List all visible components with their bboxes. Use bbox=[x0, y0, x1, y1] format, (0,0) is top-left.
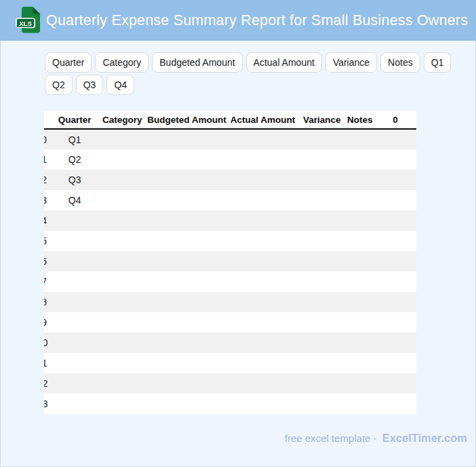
table-cell bbox=[98, 210, 146, 231]
column-chip-budgeted-amount[interactable]: Budgeted Amount bbox=[152, 52, 242, 73]
table-cell bbox=[374, 292, 416, 312]
table-row: 13 bbox=[44, 394, 416, 414]
table-cell bbox=[346, 292, 374, 312]
row-index-cell: 2 bbox=[44, 170, 51, 190]
table-row: 4 bbox=[44, 210, 416, 231]
table-cell bbox=[374, 373, 416, 394]
table-row: 9 bbox=[44, 312, 416, 333]
table-cell bbox=[227, 129, 298, 149]
row-index-cell: 8 bbox=[44, 292, 51, 312]
table-cell bbox=[51, 272, 98, 292]
table-row: 1Q2 bbox=[44, 149, 416, 170]
table-cell bbox=[298, 251, 346, 272]
row-index-cell: 7 bbox=[44, 272, 51, 292]
column-header-category: Category bbox=[98, 111, 146, 129]
table-cell bbox=[146, 149, 227, 170]
table-cell bbox=[374, 170, 416, 190]
table-cell bbox=[374, 272, 416, 292]
column-chip-q4[interactable]: Q4 bbox=[106, 75, 134, 95]
table-cell bbox=[346, 190, 374, 210]
table-cell bbox=[374, 353, 416, 373]
table-cell bbox=[374, 333, 416, 353]
content-panel: QuarterCategoryBudgeted AmountActual Amo… bbox=[0, 41, 476, 467]
table-container: QuarterCategoryBudgeted AmountActual Amo… bbox=[44, 111, 416, 414]
table-cell bbox=[146, 292, 227, 312]
table-cell bbox=[374, 312, 416, 333]
table-cell bbox=[227, 272, 298, 292]
table-cell bbox=[227, 312, 298, 333]
column-chip-actual-amount[interactable]: Actual Amount bbox=[246, 52, 322, 73]
table-row: 2Q3 bbox=[44, 170, 416, 190]
table-cell bbox=[146, 170, 227, 190]
table-cell bbox=[146, 312, 227, 333]
row-index-cell: 11 bbox=[44, 353, 51, 373]
table-cell bbox=[51, 231, 98, 251]
table-cell bbox=[346, 333, 374, 353]
column-chip-q3[interactable]: Q3 bbox=[76, 75, 104, 95]
table-row: 5 bbox=[44, 231, 416, 251]
table-cell bbox=[374, 210, 416, 231]
table-cell bbox=[98, 129, 146, 149]
table-cell bbox=[51, 353, 98, 373]
column-chip-list: QuarterCategoryBudgeted AmountActual Amo… bbox=[45, 52, 464, 95]
table-cell bbox=[51, 333, 98, 353]
table-cell bbox=[227, 190, 298, 210]
table-cell bbox=[227, 373, 298, 394]
footer-brand-link[interactable]: ExcelTimer.com bbox=[382, 432, 467, 445]
row-index-cell: 3 bbox=[44, 190, 51, 210]
table-cell bbox=[51, 373, 98, 394]
table-cell bbox=[98, 149, 146, 170]
table-cell bbox=[346, 170, 374, 190]
column-chip-notes[interactable]: Notes bbox=[380, 52, 420, 73]
table-cell bbox=[146, 129, 227, 149]
table-cell bbox=[98, 231, 146, 251]
table-cell bbox=[298, 272, 346, 292]
table-cell bbox=[146, 353, 227, 373]
table-cell bbox=[346, 353, 374, 373]
row-index-cell: 4 bbox=[44, 210, 51, 231]
table-cell bbox=[146, 373, 227, 394]
table-row: 10 bbox=[44, 333, 416, 353]
table-cell bbox=[227, 251, 298, 272]
table-cell bbox=[227, 394, 298, 414]
column-chip-quarter[interactable]: Quarter bbox=[45, 52, 92, 73]
table-cell bbox=[146, 210, 227, 231]
table-cell bbox=[51, 251, 98, 272]
table-row: 8 bbox=[44, 292, 416, 312]
column-header-variance: Variance bbox=[298, 111, 346, 129]
xls-badge-label: XLS bbox=[19, 20, 31, 27]
table-cell bbox=[98, 353, 146, 373]
table-cell bbox=[374, 394, 416, 414]
table-row: 6 bbox=[44, 251, 416, 272]
table-cell bbox=[51, 210, 98, 231]
table-cell bbox=[298, 312, 346, 333]
row-index-cell: 0 bbox=[44, 129, 51, 149]
table-cell bbox=[346, 129, 374, 149]
column-chip-q2[interactable]: Q2 bbox=[45, 75, 73, 95]
table-cell: Q4 bbox=[51, 190, 98, 210]
row-index-cell: 5 bbox=[44, 231, 51, 251]
page-title: Quarterly Expense Summary Report for Sma… bbox=[46, 0, 468, 41]
table-cell bbox=[346, 394, 374, 414]
table-cell bbox=[346, 312, 374, 333]
table-cell bbox=[51, 312, 98, 333]
table-cell bbox=[298, 170, 346, 190]
table-cell bbox=[227, 210, 298, 231]
table-cell bbox=[146, 251, 227, 272]
table-cell bbox=[346, 373, 374, 394]
table-cell bbox=[51, 292, 98, 312]
table-cell bbox=[374, 149, 416, 170]
table-cell bbox=[298, 333, 346, 353]
table-cell: Q3 bbox=[51, 170, 98, 190]
table-cell bbox=[227, 353, 298, 373]
column-chip-variance[interactable]: Variance bbox=[325, 52, 377, 73]
column-chip-q1[interactable]: Q1 bbox=[424, 52, 452, 73]
table-cell bbox=[146, 231, 227, 251]
row-index-cell: 10 bbox=[44, 333, 51, 353]
xls-file-icon: XLS bbox=[15, 5, 42, 35]
table-cell bbox=[298, 394, 346, 414]
table-row: 7 bbox=[44, 272, 416, 292]
row-index-cell: 1 bbox=[44, 149, 51, 170]
column-chip-category[interactable]: Category bbox=[95, 52, 148, 73]
table-cell bbox=[146, 190, 227, 210]
